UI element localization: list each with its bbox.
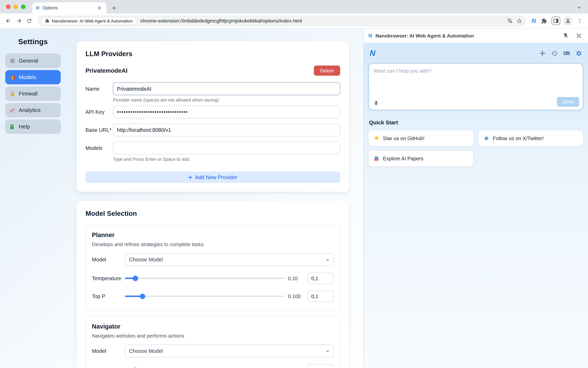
navigator-temperature-input[interactable]	[308, 364, 334, 367]
new-tab-button[interactable]	[109, 3, 118, 12]
extension-permission-chip[interactable]: Nanobrowser: AI Web Agent & Automation	[41, 17, 136, 25]
plus-icon	[188, 175, 193, 179]
sidebar-item-label: Help	[19, 124, 30, 129]
planner-model-value: Choose Model	[129, 257, 163, 263]
slider-thumb[interactable]	[133, 367, 138, 367]
navigator-section: Navigator Navigates websites and perform…	[86, 316, 340, 367]
sidebar-item-help[interactable]: Help	[5, 120, 61, 134]
models-input[interactable]	[113, 142, 340, 154]
quick-start-heading: Quick Start	[369, 120, 583, 125]
settings-gear-icon[interactable]	[576, 50, 582, 56]
omnibox[interactable]: Nanobrowser: AI Web Agent & Automation c…	[38, 15, 526, 26]
slider-thumb[interactable]	[140, 294, 145, 299]
base-url-input[interactable]	[113, 124, 340, 136]
navigator-model-select[interactable]: Choose Model	[125, 345, 334, 357]
new-chat-icon[interactable]	[539, 50, 546, 56]
settings-sidebar: Settings General Models	[0, 28, 66, 367]
profile-avatar[interactable]	[563, 16, 572, 25]
add-new-provider-button[interactable]: Add New Provider	[86, 172, 340, 183]
planner-temperature-input[interactable]	[308, 273, 334, 284]
nanobrowser-favicon: N	[36, 5, 39, 10]
nanobrowser-side-panel: N Nanobrowser: AI Web Agent & Automation…	[363, 28, 588, 367]
side-panel-header: N Nanobrowser: AI Web Agent & Automation	[364, 28, 588, 43]
api-key-label: API Key	[86, 109, 113, 115]
history-icon[interactable]	[551, 50, 558, 56]
api-key-input[interactable]	[113, 106, 340, 118]
maximize-window-button[interactable]	[21, 4, 25, 9]
model-selection-card: Model Selection Planner Develops and ref…	[77, 201, 349, 368]
send-button[interactable]: Send	[557, 97, 579, 107]
models-help-text: Type and Press Enter or Space to add.	[113, 157, 340, 162]
sidebar-item-analytics[interactable]: Analytics	[5, 103, 61, 117]
planner-top-p-input[interactable]	[308, 291, 334, 302]
tab-search-chevron-icon[interactable]	[575, 3, 584, 12]
name-help-text: Provider name (spaces are not allowed wh…	[113, 97, 340, 103]
quick-start-twitter[interactable]: Follow us on X/Twitter!	[478, 130, 583, 147]
model-selection-heading: Model Selection	[86, 210, 340, 218]
books-icon	[374, 155, 379, 161]
models-label: Models	[86, 145, 113, 151]
planner-top-p-value: 0.100	[288, 294, 305, 299]
unpin-panel-icon[interactable]	[561, 31, 570, 41]
navigator-model-label: Model	[92, 348, 125, 354]
close-panel-icon[interactable]	[574, 31, 584, 41]
name-label: Name	[86, 86, 113, 92]
chart-increasing-icon	[10, 107, 15, 113]
chevron-down-icon	[326, 258, 330, 262]
quick-start-label: Explore AI Papers	[383, 156, 423, 161]
extensions-puzzle-icon[interactable]	[540, 16, 549, 25]
planner-description: Develops and refines strategies to compl…	[92, 242, 334, 247]
planner-section: Planner Develops and refines strategies …	[86, 225, 340, 311]
browser-toolbar: Nanobrowser: AI Web Agent & Automation c…	[0, 13, 588, 28]
bar-chart-icon	[10, 74, 15, 80]
provider-name-input[interactable]	[113, 83, 340, 95]
sidebar-item-models[interactable]: Models	[5, 70, 61, 84]
settings-title: Settings	[5, 37, 61, 46]
sidebar-item-label: Analytics	[19, 107, 40, 113]
add-new-provider-label: Add New Provider	[195, 174, 237, 180]
planner-model-select[interactable]: Choose Model	[125, 253, 334, 266]
sidebar-item-label: Firewall	[19, 91, 37, 97]
bird-icon	[483, 135, 489, 141]
delete-provider-button[interactable]: Delete	[314, 66, 340, 76]
planner-top-p-label: Top P	[92, 293, 125, 299]
url-text[interactable]: chrome-extension://imbddededgmcgfhfpcjmi…	[140, 18, 503, 24]
close-window-button[interactable]	[6, 4, 10, 9]
planner-temperature-slider[interactable]	[125, 278, 284, 279]
back-button[interactable]	[4, 16, 13, 25]
sidebar-item-label: General	[19, 58, 38, 64]
microphone-icon[interactable]	[373, 100, 379, 106]
browser-menu-icon[interactable]	[575, 16, 584, 25]
glowing-star-icon	[374, 135, 379, 141]
sidebar-item-firewall[interactable]: Firewall	[5, 87, 61, 101]
slider-thumb[interactable]	[133, 276, 138, 281]
provider-name-heading: PrivatemodeAI	[86, 67, 127, 74]
side-panel-title: Nanobrowser: AI Web Agent & Automation	[376, 33, 557, 38]
sidebar-item-label: Models	[19, 74, 36, 80]
base-url-label: Base URL*	[86, 127, 113, 133]
side-panel-toggle-button[interactable]	[551, 17, 560, 25]
tab-close-icon[interactable]	[96, 4, 103, 11]
chevron-down-icon	[326, 349, 330, 353]
lock-icon	[10, 91, 15, 97]
tab-strip: N Options	[0, 0, 588, 13]
forward-button[interactable]	[14, 16, 23, 25]
reload-button[interactable]	[25, 16, 34, 25]
planner-top-p-slider[interactable]	[125, 295, 284, 297]
nanobrowser-toolbar-icon[interactable]: N	[531, 18, 537, 24]
chat-input-card: Send	[368, 63, 584, 110]
minimize-window-button[interactable]	[13, 4, 18, 9]
sidebar-item-general[interactable]: General	[5, 54, 61, 68]
translate-icon[interactable]	[507, 18, 513, 24]
gamepad-icon[interactable]	[563, 50, 570, 57]
tab-options[interactable]: N Options	[32, 2, 106, 13]
options-page: Settings General Models	[0, 28, 363, 367]
quick-start-papers[interactable]: Explore AI Papers	[368, 150, 474, 167]
planner-temperature-value: 0.10	[288, 276, 305, 281]
quick-start-github[interactable]: Star us on GitHub!	[368, 130, 474, 147]
window-controls	[6, 4, 25, 9]
quick-start-label: Star us on GitHub!	[383, 135, 424, 141]
settings-content: LLM Providers PrivatemodeAI Delete Name …	[66, 28, 363, 367]
chat-input[interactable]	[374, 68, 578, 97]
bookmark-star-icon[interactable]	[517, 18, 522, 24]
